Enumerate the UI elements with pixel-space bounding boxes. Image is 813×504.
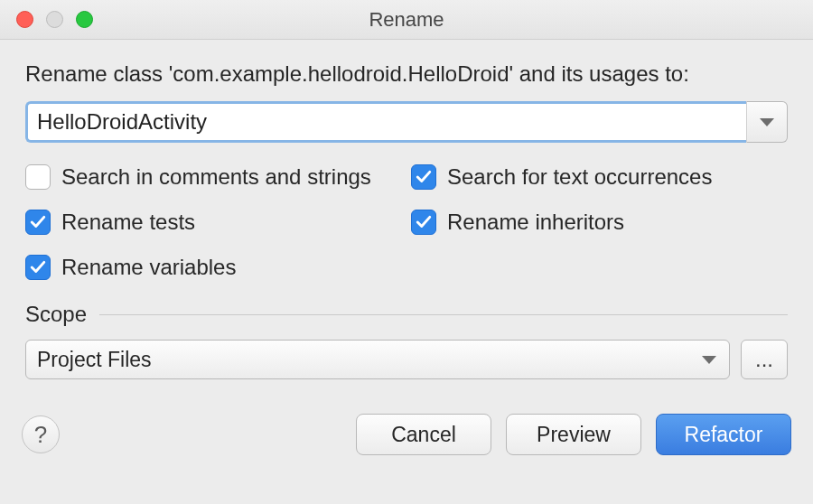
rename-variables-checkbox[interactable]: Rename variables bbox=[25, 255, 402, 280]
checkbox-label: Search in comments and strings bbox=[61, 164, 371, 190]
new-name-input[interactable] bbox=[25, 101, 746, 143]
refactor-button[interactable]: Refactor bbox=[656, 414, 791, 455]
scope-selected-value: Project Files bbox=[37, 348, 152, 372]
search-text-checkbox[interactable]: Search for text occurrences bbox=[411, 164, 788, 190]
checkbox-icon bbox=[411, 164, 436, 190]
preview-button[interactable]: Preview bbox=[506, 414, 641, 455]
chevron-down-icon bbox=[760, 118, 774, 126]
checkbox-label: Rename variables bbox=[61, 255, 236, 280]
ellipsis-icon: ... bbox=[755, 347, 773, 372]
help-button[interactable]: ? bbox=[22, 415, 60, 453]
name-history-dropdown[interactable] bbox=[746, 101, 788, 143]
dialog-footer: ? Cancel Preview Refactor bbox=[0, 414, 813, 475]
cancel-button[interactable]: Cancel bbox=[356, 414, 491, 455]
search-comments-checkbox[interactable]: Search in comments and strings bbox=[25, 164, 402, 190]
checkbox-label: Search for text occurrences bbox=[447, 164, 712, 190]
checkbox-label: Rename tests bbox=[61, 210, 195, 235]
rename-inheritors-checkbox[interactable]: Rename inheritors bbox=[411, 210, 788, 235]
chevron-down-icon bbox=[702, 356, 716, 364]
new-name-row bbox=[25, 101, 788, 143]
divider bbox=[99, 314, 788, 315]
checkbox-label: Rename inheritors bbox=[447, 210, 624, 235]
scope-row: Project Files ... bbox=[25, 340, 788, 379]
checkbox-icon bbox=[411, 210, 436, 235]
titlebar: Rename bbox=[0, 0, 813, 40]
help-icon: ? bbox=[34, 421, 47, 449]
scope-more-button[interactable]: ... bbox=[741, 340, 788, 379]
rename-prompt: Rename class 'com.example.hellodroid.Hel… bbox=[25, 61, 788, 87]
rename-tests-checkbox[interactable]: Rename tests bbox=[25, 210, 402, 235]
scope-label: Scope bbox=[25, 302, 87, 327]
scope-section-header: Scope bbox=[25, 302, 788, 327]
window-title: Rename bbox=[0, 8, 813, 32]
scope-select[interactable]: Project Files bbox=[25, 340, 730, 379]
checkbox-icon bbox=[25, 210, 51, 235]
options-grid: Search in comments and strings Search fo… bbox=[25, 164, 788, 280]
checkbox-icon bbox=[25, 255, 51, 280]
checkbox-icon bbox=[25, 164, 51, 190]
